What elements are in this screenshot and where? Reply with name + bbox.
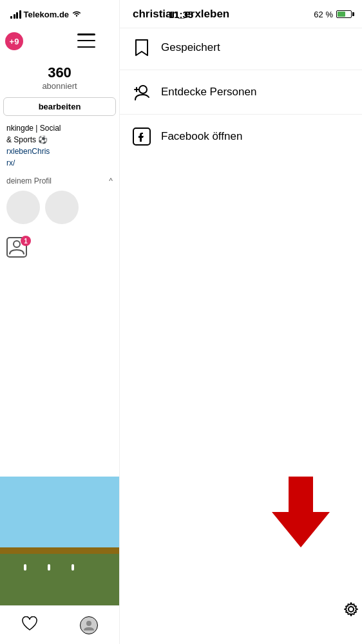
facebook-label: Facebook öffnen bbox=[161, 130, 242, 143]
menu-divider-2 bbox=[120, 114, 362, 115]
add-person-icon bbox=[133, 83, 151, 101]
highlights-section: deinem Profil ^ bbox=[0, 176, 119, 229]
bio-line4: rx/ bbox=[6, 157, 113, 169]
activity-icon-wrap: 1 bbox=[6, 237, 30, 260]
highlight-avatar-1[interactable] bbox=[6, 191, 40, 224]
highlight-avatars bbox=[3, 185, 116, 229]
grass-layer bbox=[0, 554, 119, 605]
status-bar: Telekom.de bbox=[0, 0, 119, 28]
menu-item-discover[interactable]: Entdecke Personen bbox=[120, 73, 362, 111]
svg-point-3 bbox=[86, 621, 91, 626]
bio-line2: & Sports ⚽ bbox=[6, 134, 113, 146]
right-panel-menu: christian_erxleben Gespeichert Entdecke … bbox=[119, 0, 362, 644]
profile-bio: nkingde | Social & Sports ⚽ rxlebenChris… bbox=[0, 116, 119, 169]
menu-item-facebook[interactable]: Facebook öffnen bbox=[120, 117, 362, 156]
svg-point-2 bbox=[14, 241, 20, 247]
activity-row[interactable]: 1 bbox=[0, 232, 119, 265]
username-display: christian_erxleben bbox=[133, 8, 229, 21]
svg-point-0 bbox=[76, 15, 77, 16]
highlights-label: deinem Profil ^ bbox=[3, 176, 116, 185]
carrier-name: Telekom.de bbox=[24, 10, 70, 19]
svg-point-4 bbox=[139, 86, 147, 93]
hamburger-menu-icon[interactable] bbox=[77, 33, 95, 48]
bottom-bar bbox=[0, 605, 119, 644]
arrow-shaft bbox=[289, 477, 313, 512]
gear-icon bbox=[344, 602, 358, 620]
arrow-head bbox=[272, 512, 330, 547]
profile-avatar-small[interactable] bbox=[80, 616, 98, 634]
saved-label: Gespeichert bbox=[161, 41, 220, 54]
menu-divider-1 bbox=[120, 70, 362, 70]
dirt-layer bbox=[0, 547, 119, 554]
activity-badge: 1 bbox=[21, 236, 31, 246]
stat-followers: 360 abonniert bbox=[42, 64, 77, 91]
post-thumbnail[interactable] bbox=[0, 477, 119, 605]
carrier-info: Telekom.de bbox=[10, 10, 82, 19]
bio-line1: nkingde | Social bbox=[6, 122, 113, 134]
discover-label: Entdecke Personen bbox=[161, 86, 256, 99]
left-panel: Telekom.de +9 360 abonniert bbox=[0, 0, 119, 644]
svg-point-8 bbox=[348, 607, 354, 612]
menu-header: christian_erxleben bbox=[120, 0, 362, 28]
wifi-icon bbox=[71, 10, 82, 19]
arrow-annotation bbox=[239, 477, 362, 547]
signal-bars-icon bbox=[10, 10, 21, 19]
menu-item-saved[interactable]: Gespeichert bbox=[120, 28, 362, 67]
bio-line3: rxlebenChris bbox=[6, 146, 113, 157]
profile-stats: 360 abonniert bbox=[0, 64, 119, 91]
heart-icon[interactable] bbox=[21, 616, 38, 634]
highlight-avatar-2[interactable] bbox=[45, 191, 79, 224]
notification-badge[interactable]: +9 bbox=[5, 32, 23, 50]
facebook-icon bbox=[133, 128, 151, 146]
sky-layer bbox=[0, 477, 119, 547]
edit-profile-button[interactable]: bearbeiten bbox=[3, 97, 116, 116]
bookmark-icon bbox=[133, 39, 151, 57]
chevron-up-icon: ^ bbox=[109, 176, 113, 185]
